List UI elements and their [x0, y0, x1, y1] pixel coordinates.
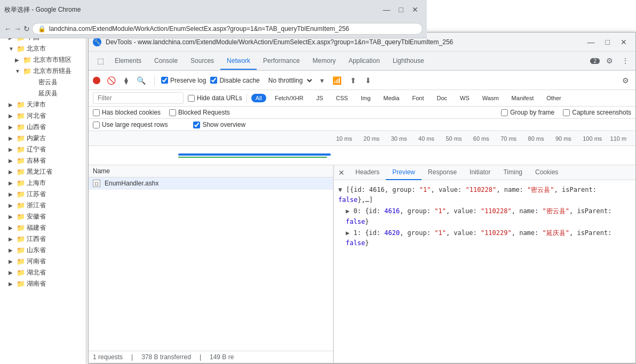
- inspect-element-button[interactable]: ⬚: [93, 54, 108, 67]
- devtools-maximize-button[interactable]: □: [601, 36, 614, 48]
- use-large-rows-checkbox[interactable]: [93, 122, 100, 128]
- filter-media-button[interactable]: Media: [379, 94, 404, 102]
- json-item0-toggle[interactable]: ▶: [346, 207, 349, 215]
- tab-performance[interactable]: Performance: [257, 53, 306, 70]
- blocked-requests-checkbox[interactable]: [169, 109, 176, 116]
- disable-cache-label[interactable]: Disable cache: [210, 77, 259, 84]
- tree-item-16[interactable]: ▶📁浙江省: [0, 200, 86, 211]
- json-item1-toggle[interactable]: ▶: [346, 229, 349, 237]
- filter-font-button[interactable]: Font: [408, 94, 428, 102]
- tree-item-12[interactable]: ▶📁吉林省: [0, 155, 86, 166]
- tree-item-4[interactable]: ▼📁北京市所辖县: [0, 66, 86, 77]
- request-row-enumhandler[interactable]: □ EnumHandler.ashx: [89, 177, 333, 190]
- group-by-frame-label[interactable]: Group by frame: [501, 109, 554, 116]
- clear-button[interactable]: 🚫: [105, 75, 118, 86]
- filter-manifest-button[interactable]: Manifest: [507, 94, 538, 102]
- hide-data-urls-checkbox[interactable]: [188, 95, 195, 102]
- tree-item-19[interactable]: ▶📁江西省: [0, 233, 86, 245]
- tree-item-10[interactable]: ▶📁内蒙古: [0, 133, 86, 144]
- tree-item-6[interactable]: 延庆县: [0, 88, 86, 99]
- preview-tab-cookies[interactable]: Cookies: [529, 165, 565, 180]
- use-large-rows-label[interactable]: Use large request rows: [93, 121, 168, 128]
- devtools-minimize-button[interactable]: —: [583, 36, 599, 48]
- throttle-select[interactable]: No throttling: [264, 75, 314, 86]
- tree-item-5[interactable]: 密云县: [0, 77, 86, 88]
- tree-item-9[interactable]: ▶📁山西省: [0, 122, 86, 133]
- bg-address-box[interactable]: 🔒 landchina.com/ExtendModule/WorkAction/…: [32, 23, 423, 35]
- bg-reload-button[interactable]: ↻: [23, 25, 30, 33]
- tree-item-label: 福建省: [27, 223, 46, 232]
- tree-item-14[interactable]: ▶📁上海市: [0, 177, 86, 189]
- settings-network-button[interactable]: ⚙: [620, 75, 631, 86]
- capture-screenshots-checkbox[interactable]: [563, 109, 570, 116]
- devtools-close-button[interactable]: ✕: [616, 36, 631, 48]
- tree-item-7[interactable]: ▶📁天津市: [0, 99, 86, 110]
- bg-forward-button[interactable]: →: [14, 25, 21, 33]
- preview-tab-preview[interactable]: Preview: [386, 165, 422, 180]
- tree-item-22[interactable]: ▶📁湖北省: [0, 267, 86, 278]
- preview-tab-timing[interactable]: Timing: [497, 165, 529, 180]
- filter-ws-button[interactable]: WS: [456, 94, 474, 102]
- blocked-requests-label[interactable]: Blocked Requests: [169, 109, 230, 116]
- show-overview-checkbox[interactable]: [193, 122, 200, 128]
- capture-screenshots-label[interactable]: Capture screenshots: [563, 109, 631, 116]
- tab-console[interactable]: Console: [148, 53, 184, 70]
- preview-tab-response[interactable]: Response: [422, 165, 463, 180]
- hide-data-urls-label[interactable]: Hide data URLs: [188, 94, 242, 102]
- preview-tab-headers[interactable]: Headers: [349, 165, 386, 180]
- tree-item-17[interactable]: ▶📁安徽省: [0, 211, 86, 222]
- preview-tab-initiator[interactable]: Initiator: [463, 165, 497, 180]
- record-button[interactable]: [93, 77, 100, 84]
- filter-all-button[interactable]: All: [251, 94, 266, 102]
- tree-item-23[interactable]: ▶📁湖南省: [0, 278, 86, 289]
- tab-network[interactable]: Network: [220, 53, 257, 70]
- filter-css-button[interactable]: CSS: [332, 94, 353, 102]
- tab-lighthouse[interactable]: Lighthouse: [386, 53, 431, 70]
- filter-other-button[interactable]: Other: [542, 94, 566, 102]
- has-blocked-cookies-checkbox[interactable]: [93, 109, 100, 116]
- filter-img-button[interactable]: Img: [356, 94, 375, 102]
- tree-item-20[interactable]: ▶📁山东省: [0, 245, 86, 256]
- tab-application[interactable]: Application: [342, 53, 386, 70]
- tab-memory[interactable]: Memory: [306, 53, 342, 70]
- group-by-frame-checkbox[interactable]: [501, 109, 508, 116]
- folder-icon: 📁: [17, 157, 25, 165]
- timeline-bar-green: [178, 157, 327, 158]
- filter-wasm-button[interactable]: Wasm: [478, 94, 503, 102]
- disable-cache-checkbox[interactable]: [210, 77, 217, 84]
- tree-item-11[interactable]: ▶📁辽宁省: [0, 144, 86, 155]
- tree-item-15[interactable]: ▶📁江苏省: [0, 189, 86, 200]
- bg-addressbar: ← → ↻ 🔒 landchina.com/ExtendModule/WorkA…: [0, 19, 427, 38]
- tree-item-18[interactable]: ▶📁福建省: [0, 222, 86, 233]
- bg-close-button[interactable]: ✕: [408, 5, 423, 14]
- preserve-log-label[interactable]: Preserve log: [161, 77, 206, 84]
- tab-sources[interactable]: Sources: [184, 53, 220, 70]
- tree-item-8[interactable]: ▶📁河北省: [0, 110, 86, 122]
- tab-elements[interactable]: Elements: [108, 53, 148, 70]
- preview-close-button[interactable]: ✕: [334, 165, 349, 180]
- devtools-more-button[interactable]: ⋮: [619, 54, 631, 67]
- show-overview-label[interactable]: Show overview: [193, 121, 245, 128]
- filter-fetch-xhr-button[interactable]: Fetch/XHR: [271, 94, 308, 102]
- wifi-icon-button[interactable]: 📶: [330, 75, 344, 86]
- upload-button[interactable]: ⬆: [348, 75, 359, 86]
- tree-item-2[interactable]: ▼📁北京市: [0, 43, 86, 54]
- has-blocked-cookies-label[interactable]: Has blocked cookies: [93, 109, 161, 116]
- filter-js-button[interactable]: JS: [312, 94, 328, 102]
- bg-minimize-button[interactable]: —: [379, 5, 395, 14]
- json-root-toggle[interactable]: ▼: [338, 186, 342, 193]
- devtools-settings-button[interactable]: ⚙: [604, 54, 615, 67]
- filter-doc-button[interactable]: Doc: [433, 94, 452, 102]
- throttle-dropdown-button[interactable]: ▾: [318, 75, 326, 86]
- filter-button[interactable]: ⧫: [122, 75, 130, 86]
- tree-item-21[interactable]: ▶📁河南省: [0, 256, 86, 267]
- tree-item-3[interactable]: ▶📁北京市市辖区: [0, 54, 86, 66]
- preserve-log-checkbox[interactable]: [161, 77, 168, 84]
- bg-back-button[interactable]: ←: [4, 25, 12, 33]
- tree-item-label: 湖北省: [27, 268, 46, 277]
- tree-item-13[interactable]: ▶📁黑龙江省: [0, 166, 86, 177]
- filter-input[interactable]: [93, 92, 184, 104]
- download-button[interactable]: ⬇: [363, 75, 373, 86]
- bg-maximize-button[interactable]: □: [395, 5, 408, 14]
- search-button[interactable]: 🔍: [134, 75, 148, 86]
